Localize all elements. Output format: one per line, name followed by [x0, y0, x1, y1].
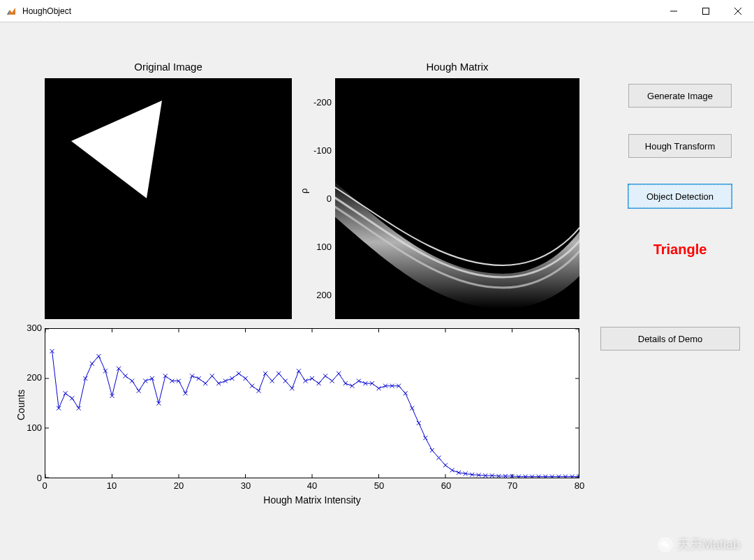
client-area: Original Image Hough Matrix -200 -100 0 …	[0, 22, 754, 560]
generate-image-button[interactable]: Generate Image	[628, 84, 732, 108]
counts-chart-axes[interactable]	[45, 328, 579, 478]
hough-transform-button[interactable]: Hough Transform	[628, 134, 732, 158]
chart-xtick: 60	[436, 480, 457, 491]
svg-point-34	[665, 544, 669, 548]
hough-ytick: 200	[304, 290, 332, 300]
hough-ytick: 100	[304, 242, 332, 252]
chart-ylabel: Counts	[15, 390, 27, 420]
counts-line	[45, 329, 579, 478]
svg-marker-6	[71, 101, 162, 198]
hough-ylabel: ρ	[299, 189, 309, 193]
chart-xtick: 50	[369, 480, 390, 491]
svg-rect-3	[703, 8, 709, 14]
object-detection-button[interactable]: Object Detection	[628, 184, 732, 208]
original-image-title: Original Image	[45, 61, 292, 73]
watermark-text: 天天Matlab	[677, 536, 740, 553]
chart-xtick: 70	[502, 480, 523, 491]
triangle-shape	[71, 101, 186, 198]
minimize-button[interactable]	[658, 0, 690, 22]
chart-ytick: 100	[17, 422, 42, 433]
maximize-button[interactable]	[690, 0, 722, 22]
watermark: 天天Matlab	[658, 536, 740, 553]
chart-xlabel: Hough Matrix Intensity	[45, 494, 579, 506]
matlab-icon	[6, 6, 17, 17]
wechat-icon	[658, 537, 673, 552]
hough-matrix-axes[interactable]	[335, 78, 579, 319]
detection-result: Triangle	[628, 242, 732, 258]
close-button[interactable]	[722, 0, 754, 22]
chart-xtick: 30	[235, 480, 256, 491]
chart-xtick: 40	[302, 480, 323, 491]
hough-ytick: -100	[304, 145, 332, 156]
hough-matrix-title: Hough Matrix	[335, 61, 579, 73]
hough-ytick: -200	[304, 97, 332, 108]
chart-xtick: 20	[168, 480, 189, 491]
titlebar: HoughObject	[0, 0, 754, 22]
window-title: HoughObject	[22, 6, 658, 16]
chart-xtick: 0	[34, 480, 55, 491]
chart-xtick: 10	[101, 480, 122, 491]
hough-ytick: 0	[304, 193, 332, 204]
original-image-axes[interactable]	[45, 78, 292, 319]
chart-ytick: 300	[17, 323, 42, 333]
hough-sinusoids	[335, 78, 579, 319]
chart-ytick: 200	[17, 372, 42, 383]
details-of-demo-button[interactable]: Details of Demo	[600, 327, 740, 351]
chart-xtick: 80	[569, 480, 590, 491]
